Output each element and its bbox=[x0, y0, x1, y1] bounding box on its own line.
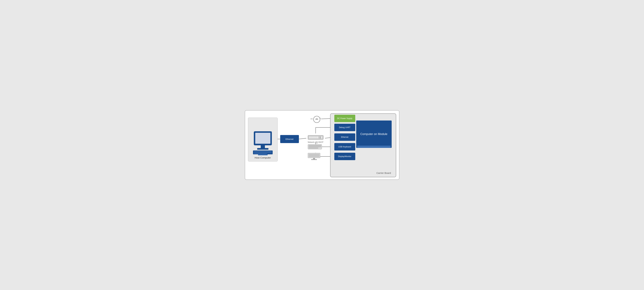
svg-rect-18 bbox=[254, 153, 267, 154]
com-module: Computer on Module bbox=[356, 121, 392, 148]
computer-icon bbox=[252, 130, 273, 156]
ethernet-left-label: Ethernet bbox=[286, 138, 294, 140]
network-switch-label: Network with DHCP bbox=[308, 141, 323, 143]
svg-rect-40 bbox=[308, 146, 321, 147]
com-module-label: Computer on Module bbox=[359, 132, 389, 136]
svg-rect-39 bbox=[308, 145, 321, 146]
svg-rect-14 bbox=[257, 148, 268, 150]
ethernet-right-label: Ethernet bbox=[341, 136, 348, 138]
svg-rect-19 bbox=[258, 154, 268, 155]
usb-keyboard-block: USB Keyboard bbox=[334, 143, 355, 150]
svg-rect-21 bbox=[309, 136, 318, 139]
dc-power-block: DC Power Supply bbox=[334, 115, 355, 122]
svg-rect-17 bbox=[254, 152, 272, 153]
svg-text:+: + bbox=[320, 117, 321, 119]
svg-rect-37 bbox=[357, 146, 391, 148]
debug-uart-label: Debug UART bbox=[339, 126, 350, 129]
debug-uart-block: Debug UART bbox=[334, 124, 355, 131]
svg-rect-52 bbox=[313, 158, 315, 159]
svg-rect-30 bbox=[320, 138, 321, 138]
carrier-board-label: Carrier Board bbox=[376, 172, 391, 174]
display-monitor-label: Display/Monitor bbox=[338, 155, 352, 158]
power-supply-symbol: + bbox=[313, 115, 321, 123]
ethernet-left-block: Ethernet bbox=[280, 135, 299, 143]
svg-rect-13 bbox=[261, 145, 265, 148]
network-switch: Network with DHCP bbox=[306, 133, 325, 143]
keyboard-svg-icon bbox=[308, 143, 322, 150]
svg-rect-29 bbox=[320, 137, 321, 137]
svg-rect-53 bbox=[311, 159, 317, 160]
svg-rect-41 bbox=[308, 148, 318, 149]
svg-line-1 bbox=[299, 138, 306, 139]
svg-rect-12 bbox=[255, 133, 270, 144]
dc-power-label: DC Power Supply bbox=[337, 117, 352, 120]
host-computer-label: Host Computer bbox=[254, 156, 271, 159]
svg-rect-16 bbox=[254, 151, 272, 152]
display-monitor-block: Display/Monitor bbox=[334, 153, 355, 160]
svg-rect-51 bbox=[308, 154, 320, 157]
diagram-container: Host Computer Ethernet Network with DHCP bbox=[245, 110, 400, 180]
ethernet-right-block: Ethernet bbox=[334, 133, 355, 141]
connector-pins bbox=[357, 146, 391, 148]
monitor-svg-icon bbox=[308, 153, 320, 160]
usb-keyboard-label: USB Keyboard bbox=[338, 146, 351, 148]
com-module-connector bbox=[356, 146, 392, 148]
switch-icon bbox=[308, 134, 324, 141]
host-computer-box: Host Computer bbox=[248, 118, 278, 161]
